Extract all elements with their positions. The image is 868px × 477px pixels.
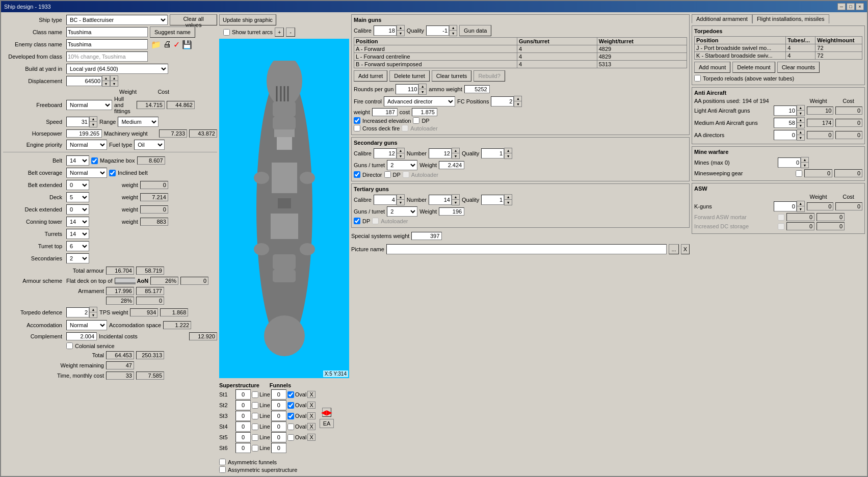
conning-tower-select[interactable]: 14: [66, 217, 89, 227]
delete-turret-button[interactable]: Delete turret: [389, 70, 430, 82]
clear-all-button[interactable]: Clear all values: [170, 14, 217, 25]
mines-input[interactable]: [778, 157, 801, 168]
ter-quality-up[interactable]: ▲: [505, 195, 512, 200]
kguns-down[interactable]: ▼: [797, 206, 804, 211]
ter-dp-checkbox[interactable]: [354, 218, 360, 224]
st3-input[interactable]: [235, 411, 251, 421]
freeboard-select[interactable]: Normal: [66, 100, 112, 110]
torpedo-defence-down[interactable]: ▼: [90, 312, 97, 317]
st1-line-input[interactable]: [271, 389, 286, 400]
sec-calibre-up[interactable]: ▲: [397, 148, 404, 153]
st6-checkbox[interactable]: [252, 445, 258, 452]
st1-oval-checkbox[interactable]: [287, 391, 294, 398]
sec-calibre-down[interactable]: ▼: [397, 153, 404, 158]
kguns-up[interactable]: ▲: [797, 201, 804, 206]
medium-aa-input[interactable]: [774, 118, 797, 128]
belt-extended-select[interactable]: 0: [66, 180, 89, 190]
sec-dp-checkbox[interactable]: [384, 171, 391, 178]
show-turret-arcs-checkbox[interactable]: [223, 29, 230, 36]
ter-calibre-input[interactable]: [374, 195, 397, 205]
picture-browse-button[interactable]: ...: [669, 244, 678, 254]
speed-down[interactable]: ▼: [90, 122, 97, 127]
sec-autoloader-checkbox[interactable]: [403, 171, 409, 178]
zoom-out-button[interactable]: -: [286, 28, 295, 37]
st1-input[interactable]: [235, 389, 251, 400]
dp-checkbox[interactable]: [413, 117, 419, 124]
delete-mount-button[interactable]: Delete mount: [732, 62, 775, 73]
table-row[interactable]: A - Forward 4 4829: [354, 45, 687, 53]
st4-line-input[interactable]: [271, 421, 286, 432]
light-aa-input[interactable]: [774, 105, 797, 116]
class-name-input[interactable]: [66, 27, 148, 37]
sec-number-input[interactable]: [429, 148, 452, 158]
st3-checkbox[interactable]: [252, 413, 258, 419]
build-at-select[interactable]: Local yard (64.500): [66, 64, 168, 74]
picture-name-input[interactable]: [386, 244, 667, 254]
add-mount-button[interactable]: Add mount: [694, 62, 730, 73]
displacement-up2[interactable]: ▲: [111, 76, 118, 81]
turrets-select[interactable]: 14: [66, 229, 89, 239]
st3-line-input[interactable]: [271, 411, 286, 421]
st3-x-btn[interactable]: X: [307, 412, 315, 419]
cross-deck-fire-checkbox[interactable]: [354, 125, 360, 131]
st4-input[interactable]: [235, 421, 251, 432]
developed-from-input[interactable]: [66, 51, 148, 62]
table-row[interactable]: K - Starboard broadside swiv... 4 72: [695, 52, 862, 60]
aa-directors-up[interactable]: ▲: [797, 130, 804, 135]
secondaries-select[interactable]: 2: [66, 253, 89, 263]
quality-down[interactable]: ▼: [450, 31, 457, 36]
speed-up[interactable]: ▲: [90, 117, 97, 122]
st5-x-btn[interactable]: X: [307, 434, 315, 441]
asymmetric-funnels-checkbox[interactable]: [219, 459, 226, 465]
st2-checkbox[interactable]: [252, 402, 258, 409]
ter-calibre-down[interactable]: ▼: [397, 200, 404, 205]
inclined-belt-checkbox[interactable]: [109, 170, 116, 176]
mines-up[interactable]: ▲: [801, 157, 808, 163]
engine-priority-select[interactable]: Normal: [66, 140, 107, 150]
autoloader-checkbox[interactable]: [402, 125, 408, 131]
zoom-in-button[interactable]: +: [275, 28, 284, 37]
sec-director-checkbox[interactable]: [354, 171, 360, 178]
fc-positions-up[interactable]: ▲: [514, 96, 521, 101]
update-ship-button[interactable]: Update ship graphic: [219, 14, 276, 25]
folder-icon[interactable]: 📁: [151, 40, 161, 49]
st6-line-input[interactable]: [271, 443, 286, 453]
st1-x-btn[interactable]: X: [307, 391, 315, 398]
ter-calibre-up[interactable]: ▲: [397, 195, 404, 200]
st5-line-input[interactable]: [271, 432, 286, 442]
displacement-up[interactable]: ▲: [102, 76, 110, 81]
st2-input[interactable]: [235, 400, 251, 410]
clear-mounts-button[interactable]: Clear mounts: [777, 62, 820, 73]
print-icon[interactable]: 🖨: [163, 40, 171, 49]
ter-guns-turret-select[interactable]: 2: [387, 206, 417, 217]
sec-number-down[interactable]: ▼: [452, 153, 459, 158]
quality-up[interactable]: ▲: [450, 25, 457, 31]
tab-additional[interactable]: Additional armament: [692, 14, 752, 23]
kguns-input[interactable]: [774, 201, 797, 211]
calibre-up[interactable]: ▲: [397, 25, 404, 31]
maximize-button[interactable]: □: [847, 3, 855, 10]
minesweeping-checkbox[interactable]: [796, 170, 802, 177]
st2-x-btn[interactable]: X: [307, 402, 315, 409]
belt-select[interactable]: 14: [66, 155, 89, 166]
ter-number-down[interactable]: ▼: [452, 200, 459, 205]
st2-line-input[interactable]: [271, 400, 286, 410]
table-row[interactable]: J - Port broadside swivel mo... 4 72: [695, 44, 862, 52]
picture-close-button[interactable]: X: [681, 244, 690, 254]
displacement-down2[interactable]: ▼: [111, 81, 118, 86]
enemy-class-input[interactable]: [66, 39, 148, 49]
ter-number-input[interactable]: [429, 195, 452, 205]
aa-directors-down[interactable]: ▼: [797, 135, 804, 140]
increased-elevation-checkbox[interactable]: [354, 117, 360, 124]
table-row[interactable]: B - Forward superimposed 4 5313: [354, 61, 687, 68]
deck-select[interactable]: 5: [66, 192, 89, 202]
ea-arrow-button[interactable]: ◀▶: [322, 408, 331, 417]
sec-quality-down[interactable]: ▼: [505, 153, 512, 158]
check-icon[interactable]: ✓: [173, 40, 180, 49]
dc-storage-checkbox[interactable]: [778, 223, 784, 230]
st5-oval-checkbox[interactable]: [287, 434, 294, 441]
displacement-input[interactable]: [66, 76, 102, 86]
st4-checkbox[interactable]: [252, 423, 258, 430]
fire-control-select[interactable]: Advanced director: [384, 96, 455, 107]
suggest-name-button[interactable]: Suggest name: [150, 26, 195, 38]
